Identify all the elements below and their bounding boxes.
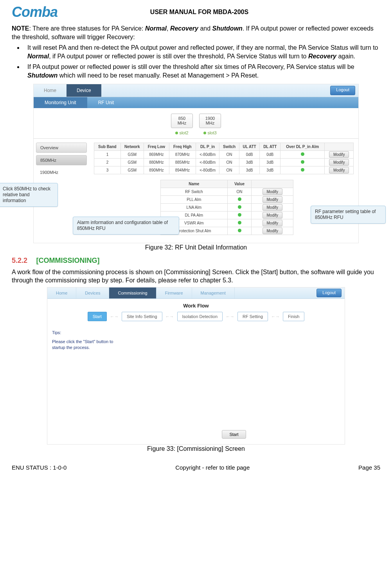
- wf-siteinfo[interactable]: Site Info Setting: [122, 312, 162, 321]
- value-cell: ON: [227, 188, 252, 195]
- start-button[interactable]: Start: [222, 430, 246, 439]
- alarm-cell: [281, 150, 325, 158]
- table-cell: 0dB: [260, 150, 281, 158]
- tips-text: Please click the "Start" button to start…: [52, 339, 119, 351]
- bullet-2: If PA output power or reflected power is…: [23, 63, 380, 80]
- callout-left: Click 850MHz to check relative band info…: [0, 183, 58, 207]
- name-cell: RF Switch: [161, 188, 228, 195]
- section-number: 5.2.2: [12, 257, 27, 264]
- subnav-monitoring-unit[interactable]: Monitoring Unit: [34, 97, 87, 108]
- nav33-management[interactable]: Management: [192, 287, 235, 298]
- status-shutdown: Shutdown: [212, 25, 243, 32]
- table-cell: <-80dBm: [196, 150, 219, 158]
- modify-button[interactable]: Modify: [329, 159, 349, 166]
- slot-1900-l1: 1900: [205, 116, 215, 121]
- callout-mid: Alarm information and configuration tabl…: [73, 217, 179, 235]
- arrow-icon: ←→: [108, 314, 120, 319]
- nav-device[interactable]: Device: [67, 84, 101, 97]
- col-header: Network: [120, 143, 144, 150]
- alarm-cell: [281, 158, 325, 166]
- wf-start[interactable]: Start: [88, 312, 107, 321]
- footer-left: ENU STATUS : 1-0-0: [12, 464, 67, 471]
- b1-text-a: It will reset PA and then re-detect the …: [27, 44, 378, 51]
- alarm-cell: [281, 166, 325, 174]
- table-row: 2GSM880MHz885MHz<-80dBmON3dB3dBModify: [94, 158, 354, 166]
- wf-finish[interactable]: Finish: [283, 312, 304, 321]
- led-icon: [238, 205, 241, 209]
- figure-33-caption: Figure 33: [Commissioning] Screen: [12, 445, 380, 452]
- subnav-rf-unit[interactable]: RF Unit: [87, 97, 125, 108]
- subband-table: Sub BandNetworkFreq LowFreq HighDL P_inS…: [94, 143, 354, 174]
- footer-center: Copyright - refer to title page: [175, 464, 250, 471]
- sidebar-1900mhz[interactable]: 1900MHz: [36, 168, 87, 177]
- value-cell: [227, 203, 252, 211]
- slot-1900-l2: MHz: [206, 121, 215, 125]
- table-row: LNA AlmModify: [161, 203, 293, 211]
- logout-button[interactable]: Logout: [330, 86, 355, 95]
- col-header: Value: [227, 180, 252, 188]
- b1-normal: Normal: [27, 53, 49, 60]
- callout-right: RF parameter setting table of 850MHz RFU: [311, 206, 386, 224]
- nav-home[interactable]: Home: [34, 84, 67, 97]
- modify-button[interactable]: Modify: [329, 151, 349, 158]
- table-row: DL PA AlmModify: [161, 211, 293, 219]
- arrow-icon: ←→: [164, 314, 176, 319]
- modify-button[interactable]: Modify: [263, 228, 282, 234]
- tips-panel: Tips: Please click the "Start" button to…: [47, 327, 123, 444]
- col-header: Name: [161, 180, 228, 188]
- col-header: Sub Band: [94, 143, 121, 150]
- wf-rfsetting[interactable]: RF Setting: [237, 312, 268, 321]
- col-header: Freq Low: [144, 143, 169, 150]
- value-cell: [227, 227, 252, 235]
- tips-label: Tips:: [52, 330, 119, 336]
- modify-button[interactable]: Modify: [263, 220, 282, 226]
- slot-850-l1: 850: [178, 116, 185, 121]
- b2-text-a: If PA output power or reflected power is…: [27, 63, 354, 70]
- col-header: Freq High: [169, 143, 196, 150]
- b1-text-c: again.: [336, 53, 355, 60]
- col-header: [252, 180, 293, 188]
- modify-button[interactable]: Modify: [263, 212, 282, 219]
- logout-button-33[interactable]: Logout: [316, 289, 342, 297]
- sidebar-overview[interactable]: Overview: [36, 143, 87, 153]
- bullet-1: It will reset PA and then re-detect the …: [23, 43, 380, 60]
- wf-isolation[interactable]: Isolation Detection: [177, 312, 223, 321]
- section-para: A work flow of the commissioning process…: [12, 268, 380, 285]
- nav33-commissioning[interactable]: Commissioning: [109, 287, 156, 298]
- col-header: UL ATT: [239, 143, 260, 150]
- note-label: NOTE: [12, 25, 29, 32]
- led-icon: [203, 132, 206, 134]
- figure-33: Home Devices Commissioning Firmware Mana…: [47, 287, 345, 445]
- table-cell: 894MHz: [169, 166, 196, 174]
- table-cell: 1: [94, 150, 121, 158]
- slot3-label: slot3: [207, 130, 216, 135]
- table-cell: 3dB: [260, 158, 281, 166]
- led-icon: [238, 197, 241, 201]
- modify-button[interactable]: Modify: [263, 204, 282, 211]
- modify-button[interactable]: Modify: [329, 167, 349, 174]
- table-cell: 870MHz: [169, 150, 196, 158]
- table-cell: 0dB: [239, 150, 260, 158]
- slot-1900[interactable]: 1900MHz slot3: [199, 114, 221, 135]
- section-title: [COMMISSIONING]: [36, 257, 100, 264]
- led-icon: [238, 213, 241, 217]
- b1-text-b: , if PA output power or reflected power …: [49, 53, 308, 60]
- led-icon: [238, 229, 241, 232]
- status-normal: Normal: [145, 25, 167, 32]
- sidebar-850mhz[interactable]: 850MHz: [36, 155, 87, 165]
- col-header: DL ATT: [260, 143, 281, 150]
- nav-bar: Home Device Logout: [34, 84, 358, 97]
- table-cell: GSM: [120, 150, 144, 158]
- modify-button[interactable]: Modify: [263, 196, 282, 203]
- table-row: 1GSM869MHz870MHz<-80dBmON0dB0dBModify: [94, 150, 354, 158]
- nav33-devices[interactable]: Devices: [76, 287, 109, 298]
- nav-bar-33: Home Devices Commissioning Firmware Mana…: [47, 287, 345, 299]
- led-icon: [301, 168, 304, 172]
- modify-button[interactable]: Modify: [263, 188, 282, 195]
- arrow-icon: ←→: [270, 314, 281, 319]
- nav33-firmware[interactable]: Firmware: [156, 287, 192, 298]
- slot-850[interactable]: 850MHz slot2: [171, 114, 193, 135]
- nav33-home[interactable]: Home: [47, 287, 76, 298]
- b1-recovery: Recovery: [308, 53, 336, 60]
- status-recovery: Recovery: [170, 25, 198, 32]
